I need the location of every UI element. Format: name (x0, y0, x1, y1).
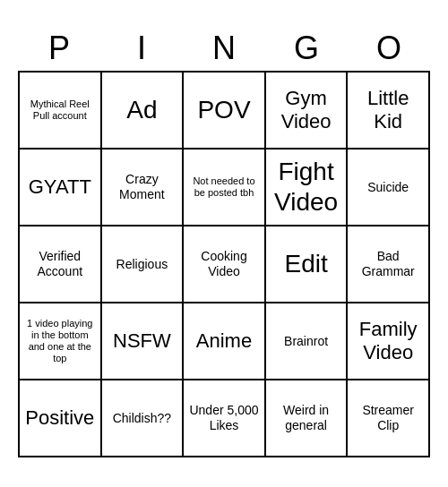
bingo-cell-13: Edit (266, 226, 349, 303)
title-letter-I: I (102, 30, 181, 67)
bingo-cell-1: Ad (102, 73, 185, 150)
cell-text-11: Religious (116, 257, 168, 272)
bingo-cell-8: Fight Video (266, 150, 349, 226)
cell-text-22: Under 5,000 Likes (186, 403, 262, 433)
cell-text-21: Childish?? (113, 411, 171, 426)
cell-text-13: Edit (284, 249, 327, 279)
bingo-card: PINGO Mythical Reel Pull accountAdPOVGym… (9, 21, 439, 466)
title-letter-P: P (20, 30, 99, 67)
bingo-cell-21: Childish?? (102, 380, 185, 457)
bingo-cell-5: GYATT (20, 150, 102, 226)
cell-text-10: Verified Account (22, 249, 98, 279)
cell-text-16: NSFW (113, 329, 171, 353)
bingo-cell-18: Brainrot (266, 303, 349, 380)
bingo-cell-2: POV (184, 73, 266, 150)
bingo-cell-16: NSFW (102, 303, 185, 380)
bingo-cell-23: Weird in general (266, 380, 349, 457)
cell-text-5: GYATT (29, 175, 91, 199)
bingo-cell-6: Crazy Moment (102, 150, 185, 226)
cell-text-7: Not needed to be posted tbh (186, 175, 262, 199)
cell-text-18: Brainrot (284, 334, 328, 349)
bingo-cell-14: Bad Grammar (348, 226, 430, 303)
bingo-cell-22: Under 5,000 Likes (184, 380, 266, 457)
cell-text-6: Crazy Moment (105, 172, 180, 202)
cell-text-2: POV (197, 95, 250, 125)
cell-text-23: Weird in general (269, 403, 344, 433)
title-letter-G: G (267, 30, 346, 67)
bingo-cell-4: Little Kid (348, 73, 430, 150)
bingo-grid: Mythical Reel Pull accountAdPOVGym Video… (18, 71, 430, 457)
title-letter-N: N (185, 30, 263, 67)
bingo-cell-0: Mythical Reel Pull account (20, 73, 102, 150)
bingo-cell-12: Cooking Video (184, 226, 266, 303)
bingo-cell-24: Streamer Clip (348, 380, 430, 457)
cell-text-20: Positive (25, 406, 94, 430)
cell-text-0: Mythical Reel Pull account (22, 98, 98, 122)
cell-text-17: Anime (196, 329, 252, 353)
bingo-cell-7: Not needed to be posted tbh (184, 150, 266, 226)
bingo-cell-9: Suicide (348, 150, 430, 226)
cell-text-24: Streamer Clip (350, 403, 426, 433)
bingo-cell-11: Religious (102, 226, 185, 303)
cell-text-9: Suicide (367, 180, 409, 195)
bingo-title: PINGO (18, 30, 430, 67)
cell-text-12: Cooking Video (186, 249, 262, 279)
bingo-cell-17: Anime (184, 303, 266, 380)
cell-text-15: 1 video playing in the bottom and one at… (22, 318, 98, 365)
cell-text-1: Ad (126, 95, 157, 125)
bingo-cell-20: Positive (20, 380, 102, 457)
cell-text-3: Gym Video (269, 87, 344, 134)
title-letter-O: O (349, 30, 428, 67)
bingo-cell-3: Gym Video (266, 73, 349, 150)
bingo-cell-19: Family Video (348, 303, 430, 380)
cell-text-8: Fight Video (269, 157, 344, 217)
bingo-cell-10: Verified Account (20, 226, 102, 303)
bingo-cell-15: 1 video playing in the bottom and one at… (20, 303, 102, 380)
cell-text-19: Family Video (350, 318, 426, 365)
cell-text-14: Bad Grammar (350, 249, 426, 279)
cell-text-4: Little Kid (350, 87, 426, 134)
